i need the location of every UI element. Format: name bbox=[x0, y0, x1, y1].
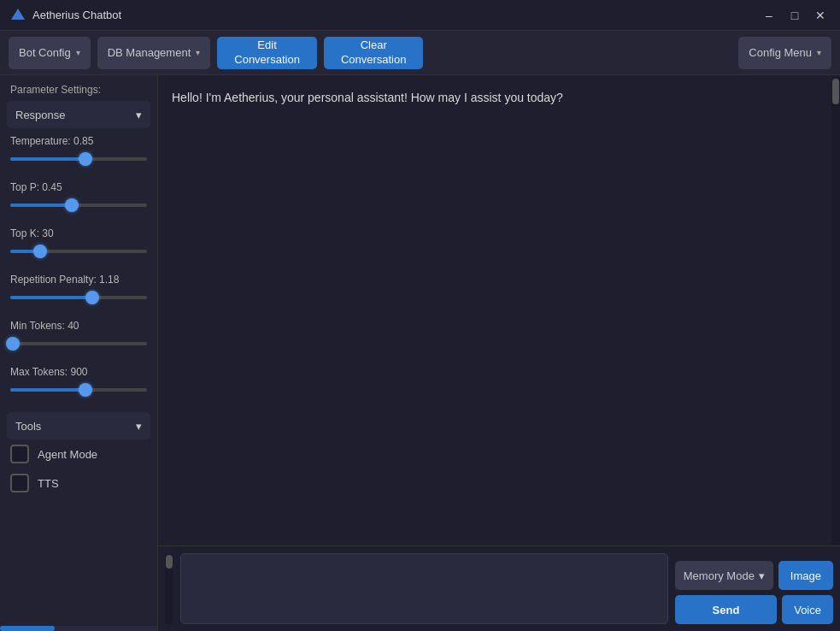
bot-config-chevron: ▾ bbox=[76, 48, 80, 57]
edit-conversation-button[interactable]: EditConversation bbox=[217, 37, 317, 69]
param-settings-label: Parameter Settings: bbox=[0, 75, 157, 101]
response-section-button[interactable]: Response ▾ bbox=[7, 101, 150, 128]
db-management-label: DB Management bbox=[108, 46, 191, 59]
agent-mode-label: Agent Mode bbox=[38, 448, 97, 461]
max-tokens-slider[interactable] bbox=[10, 381, 147, 398]
temperature-label: Temperature: 0.85 bbox=[10, 135, 147, 147]
input-area: Memory Mode ▾ Image Send Voice bbox=[158, 545, 840, 631]
min-tokens-slider[interactable] bbox=[10, 335, 147, 352]
main-layout: Parameter Settings: Response ▾ Temperatu… bbox=[0, 75, 840, 631]
top-k-label: Top K: 30 bbox=[10, 227, 147, 239]
response-section-label: Response bbox=[15, 109, 66, 121]
repetition-penalty-slider[interactable] bbox=[10, 289, 147, 306]
minimize-button[interactable]: – bbox=[760, 6, 778, 25]
agent-mode-item[interactable]: Agent Mode bbox=[0, 439, 157, 469]
bot-config-button[interactable]: Bot Config ▾ bbox=[9, 37, 91, 69]
tools-section-button[interactable]: Tools ▾ bbox=[7, 412, 150, 439]
voice-button[interactable]: Voice bbox=[782, 595, 833, 624]
top-p-param: Top P: 0.45 bbox=[0, 174, 157, 221]
chat-messages: Hello! I'm Aetherius, your personal assi… bbox=[158, 75, 831, 545]
max-tokens-param: Max Tokens: 900 bbox=[0, 359, 157, 405]
top-k-slider[interactable] bbox=[10, 243, 147, 260]
window-controls: – □ ✕ bbox=[760, 6, 830, 25]
min-tokens-param: Min Tokens: 40 bbox=[0, 313, 157, 359]
memory-mode-chevron: ▾ bbox=[759, 569, 765, 582]
memory-mode-button[interactable]: Memory Mode ▾ bbox=[675, 561, 773, 590]
input-scrollbar-thumb[interactable] bbox=[166, 555, 173, 569]
memory-mode-row: Memory Mode ▾ Image bbox=[675, 561, 833, 590]
app-icon bbox=[10, 8, 26, 23]
chat-scrollbar[interactable] bbox=[831, 75, 840, 545]
db-management-button[interactable]: DB Management ▾ bbox=[97, 37, 211, 69]
config-menu-label: Config Menu bbox=[749, 46, 812, 59]
tts-label: TTS bbox=[38, 477, 59, 490]
top-p-label: Top P: 0.45 bbox=[10, 181, 147, 193]
min-tokens-label: Min Tokens: 40 bbox=[10, 320, 147, 332]
top-p-slider[interactable] bbox=[10, 197, 147, 214]
repetition-penalty-label: Repetition Penalty: 1.18 bbox=[10, 274, 147, 286]
response-section-chevron: ▾ bbox=[136, 109, 142, 121]
repetition-penalty-param: Repetition Penalty: 1.18 bbox=[0, 267, 157, 313]
max-tokens-label: Max Tokens: 900 bbox=[10, 366, 147, 378]
toolbar: Bot Config ▾ DB Management ▾ EditConvers… bbox=[0, 31, 840, 75]
tts-checkbox[interactable] bbox=[10, 474, 29, 492]
chat-area: Hello! I'm Aetherius, your personal assi… bbox=[158, 75, 840, 631]
temperature-slider[interactable] bbox=[10, 150, 147, 168]
progress-bar-fill bbox=[0, 626, 55, 631]
temperature-param: Temperature: 0.85 bbox=[0, 128, 157, 174]
config-menu-chevron: ▾ bbox=[817, 48, 821, 57]
bot-config-label: Bot Config bbox=[19, 46, 71, 59]
progress-bar-area bbox=[0, 626, 157, 631]
tools-section-chevron: ▾ bbox=[136, 420, 142, 433]
agent-mode-checkbox[interactable] bbox=[10, 445, 29, 463]
svg-marker-0 bbox=[11, 9, 25, 20]
tools-section-label: Tools bbox=[15, 420, 41, 433]
message-text-0: Hello! I'm Aetherius, your personal assi… bbox=[172, 91, 563, 104]
close-button[interactable]: ✕ bbox=[811, 6, 830, 25]
config-menu-button[interactable]: Config Menu ▾ bbox=[738, 37, 831, 69]
memory-mode-label: Memory Mode bbox=[684, 569, 755, 582]
input-controls: Memory Mode ▾ Image Send Voice bbox=[675, 553, 833, 624]
image-button[interactable]: Image bbox=[778, 561, 833, 590]
top-k-param: Top K: 30 bbox=[0, 221, 157, 267]
chat-scrollbar-thumb[interactable] bbox=[832, 79, 839, 104]
chat-input[interactable] bbox=[180, 553, 668, 624]
message-0: Hello! I'm Aetherius, your personal assi… bbox=[172, 89, 563, 107]
db-management-chevron: ▾ bbox=[196, 48, 200, 57]
input-scrollbar[interactable] bbox=[165, 553, 173, 624]
tts-item[interactable]: TTS bbox=[0, 469, 157, 498]
maximize-button[interactable]: □ bbox=[785, 6, 804, 25]
clear-conversation-button[interactable]: ClearConversation bbox=[324, 37, 424, 69]
send-row: Send Voice bbox=[675, 595, 833, 624]
send-button[interactable]: Send bbox=[675, 595, 777, 624]
sidebar: Parameter Settings: Response ▾ Temperatu… bbox=[0, 75, 158, 631]
title-bar: Aetherius Chatbot – □ ✕ bbox=[0, 0, 840, 31]
app-title: Aetherius Chatbot bbox=[32, 9, 760, 21]
